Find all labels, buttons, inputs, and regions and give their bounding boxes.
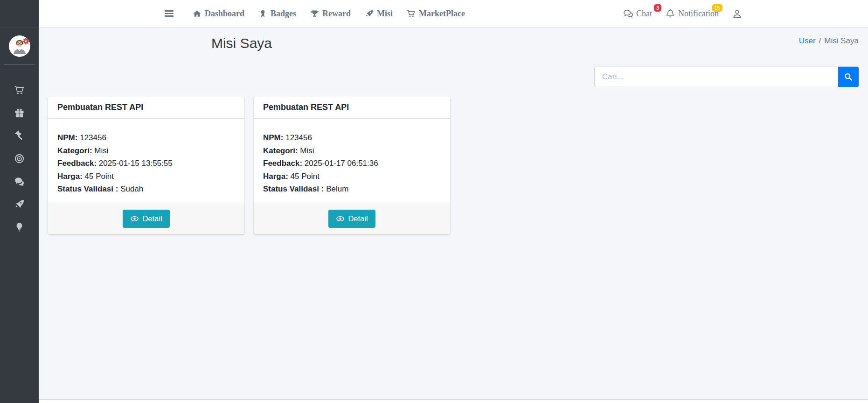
mission-card: Pembuatan REST API NPM: 123456 Kategori:… <box>254 96 450 234</box>
nav-item-dashboard[interactable]: Dashboard <box>186 9 251 19</box>
nav-item-label: Misi <box>377 9 393 19</box>
field-label: Harga: <box>57 172 83 181</box>
field-label: Kategori: <box>57 146 92 155</box>
card-body: NPM: 123456 Kategori: Misi Feedback: 202… <box>254 119 450 203</box>
field-label: NPM: <box>57 133 77 142</box>
sidebar-user-panel <box>4 27 35 65</box>
eye-icon <box>130 214 139 223</box>
search-button[interactable] <box>838 67 859 87</box>
field-value: Misi <box>300 146 314 155</box>
user-menu-button[interactable] <box>725 8 749 19</box>
navbar-right: Chat 3 Notification 15 <box>617 8 749 19</box>
page-title: Misi Saya <box>181 35 302 51</box>
card-footer: Detail <box>254 203 450 234</box>
notification-button[interactable]: Notification 15 <box>659 8 725 19</box>
nav-item-label: MarketPlace <box>419 9 465 19</box>
sidebar-item-idea[interactable] <box>0 216 39 239</box>
card-title: Pembuatan REST API <box>263 102 441 112</box>
field-value: 2025-01-17 06:51:36 <box>305 159 378 168</box>
nav-item-badges[interactable]: Badges <box>251 9 303 19</box>
gift-icon <box>14 108 25 118</box>
field-row: Status Validasi : Sudah <box>57 183 235 196</box>
field-row: NPM: 123456 <box>57 131 235 144</box>
sidebar-item-mission[interactable] <box>0 193 39 216</box>
nav-item-reward[interactable]: Reward <box>303 9 358 19</box>
bell-icon <box>665 8 675 19</box>
cart-icon <box>14 85 25 96</box>
sidebar-item-marketplace[interactable] <box>0 79 39 102</box>
field-label: Feedback: <box>57 159 97 168</box>
field-value: 45 Point <box>85 172 114 181</box>
hamburger-menu-button[interactable] <box>159 5 179 22</box>
field-row: Feedback: 2025-01-15 13:55:55 <box>57 157 235 170</box>
trophy-icon <box>310 9 319 18</box>
mission-card: Pembuatan REST API NPM: 123456 Kategori:… <box>48 96 244 234</box>
bullseye-icon <box>14 153 25 164</box>
nav-item-label: Reward <box>322 9 351 19</box>
sidebar <box>0 0 39 403</box>
field-label: Kategori: <box>263 146 298 155</box>
notification-badge: 15 <box>712 4 722 12</box>
chat-icon <box>623 8 633 19</box>
user-icon <box>732 8 743 19</box>
nav-item-misi[interactable]: Misi <box>358 9 400 19</box>
field-label: Status Validasi : <box>57 184 118 193</box>
field-label: Feedback: <box>263 159 302 168</box>
breadcrumb-separator: / <box>819 36 821 45</box>
field-label: Harga: <box>263 172 288 181</box>
field-value: Misi <box>94 146 108 155</box>
breadcrumb-current: Misi Saya <box>824 36 859 45</box>
field-value: 2025-01-15 13:55:55 <box>99 159 173 168</box>
field-value: Belum <box>326 184 348 193</box>
navbar-menu: Dashboard Badges Reward <box>186 9 472 19</box>
search-input[interactable] <box>594 67 838 87</box>
card-body: NPM: 123456 Kategori: Misi Feedback: 202… <box>48 119 244 203</box>
page-footer <box>39 399 868 403</box>
avatar[interactable] <box>9 35 30 57</box>
main-content: Misi Saya User/Misi Saya Pembuatan REST … <box>39 27 868 403</box>
field-row: Kategori: Misi <box>263 144 441 157</box>
detail-button-label: Detail <box>348 214 368 223</box>
breadcrumb: User/Misi Saya <box>799 36 859 46</box>
mission-cards: Pembuatan REST API NPM: 123456 Kategori:… <box>48 96 450 234</box>
nav-item-label: Badges <box>271 9 296 19</box>
sidebar-item-gavel[interactable] <box>0 124 39 147</box>
sidebar-brand-area <box>0 0 39 27</box>
app-window: Dashboard Badges Reward <box>0 0 868 403</box>
card-header: Pembuatan REST API <box>254 96 450 119</box>
field-row: Kategori: Misi <box>57 144 235 157</box>
card-title: Pembuatan REST API <box>57 102 235 112</box>
field-label: NPM: <box>263 133 283 142</box>
sidebar-item-chat[interactable] <box>0 170 39 193</box>
field-row: Feedback: 2025-01-17 06:51:36 <box>263 157 441 170</box>
card-footer: Detail <box>48 203 244 234</box>
sidebar-item-target[interactable] <box>0 147 39 170</box>
rocket-icon <box>14 199 25 210</box>
comments-icon <box>14 176 25 187</box>
field-row: Harga: 45 Point <box>57 170 235 183</box>
top-navbar: Dashboard Badges Reward <box>39 0 868 27</box>
detail-button[interactable]: Detail <box>123 210 169 228</box>
nav-item-label: Dashboard <box>205 9 244 19</box>
lightbulb-icon <box>14 222 25 232</box>
rocket-icon <box>365 9 374 18</box>
gavel-icon <box>14 130 25 141</box>
ribbon-icon <box>258 9 267 18</box>
field-value: 45 Point <box>291 172 319 181</box>
field-value: 123456 <box>285 133 312 142</box>
field-row: Status Validasi : Belum <box>263 183 441 196</box>
field-row: NPM: 123456 <box>263 131 441 144</box>
chat-label: Chat <box>636 9 652 19</box>
detail-button[interactable]: Detail <box>328 210 375 228</box>
field-value: 123456 <box>80 133 106 142</box>
sidebar-item-gift[interactable] <box>0 102 39 124</box>
search-bar <box>594 67 859 87</box>
field-label: Status Validasi : <box>263 184 324 193</box>
chat-button[interactable]: Chat 3 <box>617 8 659 19</box>
cart-icon <box>407 9 416 18</box>
search-icon <box>844 72 853 82</box>
nav-item-marketplace[interactable]: MarketPlace <box>400 9 472 19</box>
breadcrumb-link-user[interactable]: User <box>799 36 816 45</box>
field-value: Sudah <box>120 184 143 193</box>
field-row: Harga: 45 Point <box>263 170 441 183</box>
